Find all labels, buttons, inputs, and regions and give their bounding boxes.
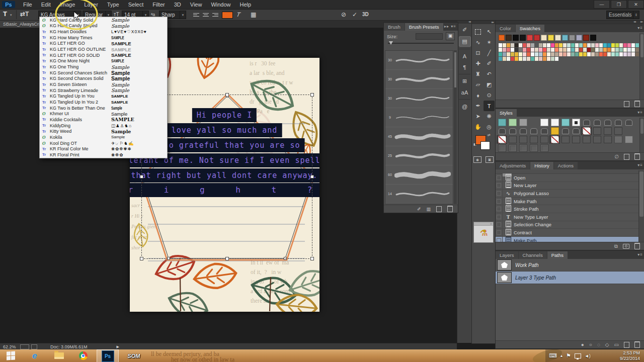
style-item[interactable]: [518, 135, 528, 144]
transform-handle[interactable]: [225, 93, 229, 97]
swatch[interactable]: [531, 52, 534, 56]
swatch[interactable]: [599, 52, 603, 56]
swatch[interactable]: [627, 48, 631, 52]
swatch[interactable]: [531, 48, 534, 52]
font-menu-item[interactable]: TrKG LET HER GO OUTLINESAMPLE: [40, 46, 167, 52]
clone-source-icon[interactable]: ⊞: [459, 76, 470, 86]
history-state[interactable]: Selection Change: [496, 221, 644, 229]
panel-menu-icon[interactable]: ▾≡: [637, 252, 643, 257]
style-item[interactable]: [560, 144, 571, 152]
style-item[interactable]: [549, 144, 560, 152]
warp-text-icon[interactable]: T: [235, 11, 241, 19]
swatch[interactable]: [579, 43, 583, 47]
type-text-line[interactable]: Hi people I: [192, 108, 257, 122]
workspace-select[interactable]: Essentials ⇕: [606, 11, 639, 19]
lasso-tool[interactable]: ∿: [472, 37, 484, 48]
swatch[interactable]: [543, 52, 546, 56]
new-snapshot-icon[interactable]: [623, 244, 629, 249]
font-menu-item[interactable]: TrKG Tangled Up In YouSAMPLE: [40, 94, 167, 100]
swatch[interactable]: [555, 48, 558, 52]
menu-edit[interactable]: Edit: [37, 0, 55, 9]
swatch[interactable]: [539, 52, 542, 56]
history-brush-tool[interactable]: ↶: [484, 69, 495, 79]
tab-paths[interactable]: Paths: [547, 251, 568, 259]
swatch[interactable]: [627, 43, 631, 47]
swatch[interactable]: [535, 57, 538, 61]
swatch[interactable]: [535, 48, 538, 52]
history-source-toggle[interactable]: [496, 213, 503, 221]
move-tool[interactable]: ↖: [484, 27, 495, 37]
tab-layers[interactable]: Layers: [496, 251, 518, 259]
swatch[interactable]: [563, 48, 567, 52]
history-source-toggle[interactable]: [496, 182, 503, 190]
swatch[interactable]: [539, 43, 542, 47]
swatch[interactable]: [595, 48, 599, 52]
swatch[interactable]: [551, 48, 554, 52]
swatch[interactable]: [563, 52, 567, 56]
swatch[interactable]: [559, 52, 562, 56]
style-item[interactable]: [497, 127, 507, 135]
brush-preset[interactable]: 30: [385, 89, 453, 108]
font-menu-item[interactable]: TrKiddie CocktailsSAMPLE: [40, 117, 167, 123]
close-button[interactable]: ✕: [628, 0, 644, 9]
taskbar-chrome[interactable]: [74, 349, 92, 362]
clear-style-icon[interactable]: ∅: [614, 154, 619, 159]
swatch[interactable]: [527, 57, 530, 61]
style-item[interactable]: [613, 135, 623, 144]
commit-edits-icon[interactable]: ✓: [352, 11, 357, 19]
swatch[interactable]: [591, 48, 595, 52]
swatch[interactable]: [615, 43, 619, 47]
swatch[interactable]: [548, 35, 554, 41]
font-menu-item[interactable]: TrKR Floral Print❀❁✿: [40, 152, 167, 158]
swatch[interactable]: [562, 35, 568, 41]
style-item[interactable]: [528, 135, 539, 144]
swatches-scrollbar[interactable]: [639, 33, 644, 100]
character-panel-icon[interactable]: A: [459, 51, 470, 61]
toggle-panels-icon[interactable]: ▦: [251, 11, 256, 19]
swatch[interactable]: [583, 35, 589, 41]
font-menu-item[interactable]: TrKG LET HER GOSAMPLE: [40, 41, 167, 47]
new-brush-icon[interactable]: [436, 206, 442, 212]
swatch[interactable]: [611, 52, 615, 56]
swatch[interactable]: [551, 52, 554, 56]
swatch[interactable]: [499, 35, 505, 41]
status-play-icon[interactable]: ▶: [117, 345, 119, 349]
style-item[interactable]: [581, 135, 592, 144]
font-menu-item[interactable]: OKokilaSample: [40, 134, 167, 140]
swatch[interactable]: [563, 43, 567, 47]
swatch[interactable]: [511, 57, 514, 61]
history-source-toggle[interactable]: [496, 198, 503, 205]
minimize-button[interactable]: —: [594, 0, 610, 9]
swatch[interactable]: [527, 48, 530, 52]
swatch[interactable]: [623, 48, 627, 52]
swatch[interactable]: [591, 43, 595, 47]
screen-mode-icon[interactable]: ▣: [486, 156, 494, 163]
new-doc-from-state-icon[interactable]: ⧉: [614, 243, 618, 249]
tab-styles[interactable]: Styles: [496, 109, 517, 117]
swatch[interactable]: [503, 57, 506, 61]
brush-preset[interactable]: 45: [385, 127, 453, 146]
font-menu-item[interactable]: TrKR Floral Color Me❀✿❁✾❃: [40, 146, 167, 152]
tab-brush[interactable]: Brush: [384, 23, 405, 31]
style-item[interactable]: [497, 144, 507, 152]
delete-path-icon[interactable]: [634, 341, 640, 348]
align-left-icon[interactable]: [193, 12, 200, 17]
healing-brush-tool[interactable]: ✚: [472, 58, 484, 69]
font-menu-item[interactable]: TrKG LET HER GO SOLIDSAMPLE: [40, 52, 167, 58]
swatch[interactable]: [635, 43, 639, 47]
add-mask-icon[interactable]: ▭: [614, 342, 619, 347]
style-item[interactable]: [560, 127, 571, 135]
swatch[interactable]: [547, 57, 550, 61]
history-source-toggle[interactable]: [496, 205, 503, 213]
type-text-line[interactable]: im so grateful that you are so: [144, 138, 305, 152]
swatch[interactable]: [619, 52, 623, 56]
style-item[interactable]: [528, 127, 539, 135]
swatch[interactable]: [567, 43, 571, 47]
font-menu-item[interactable]: TrKG Tangled Up In You 2SAMPLE: [40, 99, 167, 105]
new-swatch-icon[interactable]: [624, 101, 629, 107]
brush-preset[interactable]: 30: [385, 70, 453, 89]
swatch[interactable]: [547, 52, 550, 56]
panel-menu-icon[interactable]: ▾≡: [637, 163, 643, 167]
swatch[interactable]: [631, 52, 635, 56]
transform-handle[interactable]: [225, 257, 229, 260]
